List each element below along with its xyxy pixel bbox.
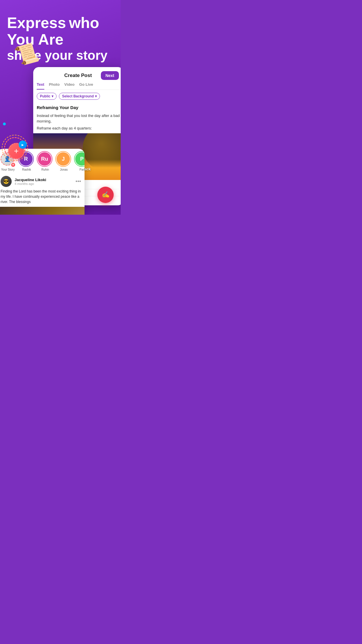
your-story-label: Your Story: [1, 168, 15, 171]
play-badge: ▶: [19, 141, 27, 149]
tab-video[interactable]: Video: [64, 82, 75, 90]
post-image: [0, 207, 85, 215]
public-label: Public: [40, 94, 50, 98]
fab-quill-button[interactable]: ✍️: [97, 187, 114, 203]
park-label: Park: [80, 168, 85, 171]
ruhin-avatar: Ru: [38, 152, 51, 166]
ruhin-label: Ruhin: [41, 168, 49, 171]
your-story-add-btn[interactable]: +: [10, 162, 16, 167]
post-header: 😎 Jacqueline Likoki 4 months ago •••: [0, 174, 85, 189]
select-background-pill[interactable]: Select Background ▾: [59, 93, 100, 100]
jonas-label: Jonas: [60, 168, 68, 171]
post-body1: Instead of feeling that you lost the day…: [37, 113, 120, 124]
post-menu-button[interactable]: •••: [75, 178, 81, 185]
public-pill[interactable]: Public ▾: [37, 93, 57, 100]
park-avatar: P: [75, 152, 85, 166]
next-button[interactable]: Next: [101, 71, 119, 80]
post-time: 4 months ago: [15, 182, 73, 186]
hero-line1-suffix: who: [69, 15, 99, 31]
page-wrapper: Express who You Are share your story 📜 C…: [0, 0, 121, 215]
avatar-emoji: 😎: [3, 179, 9, 184]
hero-line1: Express who: [7, 15, 114, 31]
floating-add-button[interactable]: + ▶: [8, 143, 24, 159]
jonas-avatar: J: [57, 152, 70, 166]
rashik-label: Rashik: [22, 168, 31, 171]
play-icon: ▶: [22, 143, 24, 146]
post-title-text: Reframing Your Day: [37, 104, 120, 111]
story-item-park[interactable]: P Park: [75, 152, 85, 171]
create-post-header: Create Post Next: [33, 67, 121, 80]
select-bg-arrow-icon: ▾: [95, 94, 97, 98]
story-item-jonas[interactable]: J Jonas: [57, 152, 71, 171]
post-text: Finding the Lord has been the most excit…: [0, 189, 85, 207]
story-item-ruhin[interactable]: Ru Ruhin: [38, 152, 52, 171]
decorative-dot-blue: [3, 123, 6, 125]
hero-express: Express: [7, 15, 66, 31]
select-bg-label: Select Background: [62, 94, 94, 98]
create-post-title: Create Post: [55, 73, 101, 78]
ruhin-avatar-wrapper: Ru: [38, 152, 52, 167]
post-body2: Reframe each day as 4 quarters:: [37, 125, 120, 131]
public-arrow-icon: ▾: [52, 94, 53, 98]
add-icon: +: [14, 146, 19, 156]
tab-text[interactable]: Text: [37, 82, 44, 90]
create-post-tabs: Text Photo Video Go Live: [33, 80, 121, 90]
post-username: Jacqueline Likoki: [15, 178, 73, 182]
tab-golive[interactable]: Go Live: [79, 82, 93, 90]
create-post-filters: Public ▾ Select Background ▾: [33, 90, 121, 102]
quill-icon: ✍️: [102, 191, 110, 199]
post-user-avatar: 😎: [1, 176, 12, 187]
tab-photo[interactable]: Photo: [49, 82, 60, 90]
park-avatar-wrapper: P: [75, 152, 85, 167]
jonas-avatar-wrapper: J: [57, 152, 71, 167]
create-post-content: Reframing Your Day Instead of feeling th…: [33, 102, 121, 133]
post-user-info: Jacqueline Likoki 4 months ago: [15, 178, 73, 186]
